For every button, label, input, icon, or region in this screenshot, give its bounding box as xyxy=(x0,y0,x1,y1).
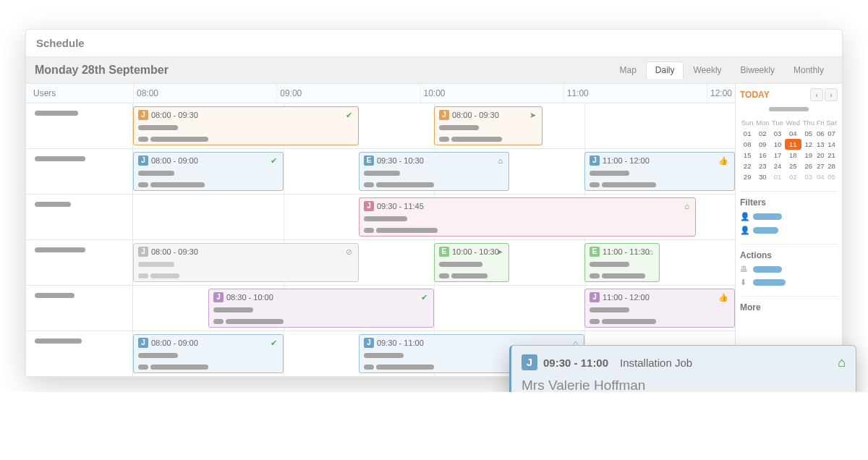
filters-heading: Filters xyxy=(740,197,838,208)
event-time: 11:00 - 11:30 xyxy=(603,247,650,256)
schedule-event[interactable]: J09:30 - 11:45⌂ xyxy=(359,197,696,237)
filter-item[interactable]: 👤 xyxy=(740,212,838,221)
tab-monthly[interactable]: Monthly xyxy=(784,61,833,79)
nav-icon: ➤ xyxy=(529,111,536,120)
home-icon: ⌂ xyxy=(498,156,503,165)
calendar-day[interactable]: 10 xyxy=(770,139,784,150)
timeline[interactable]: J08:00 - 09:00✔ E09:30 - 10:30⌂ J11:00 -… xyxy=(133,149,735,194)
calendar-day[interactable]: 05 xyxy=(825,171,838,182)
event-type-badge: J xyxy=(439,110,449,120)
right-sidebar: TODAY ‹ › SunMonTueWedThuFriSat010203040… xyxy=(735,84,842,377)
today-button[interactable]: TODAY xyxy=(740,90,770,100)
event-type-badge: J xyxy=(138,338,148,348)
action-item[interactable]: 🖶 xyxy=(740,265,838,273)
calendar-day[interactable]: 24 xyxy=(770,161,784,171)
schedule-event[interactable]: J11:00 - 12:00👍 xyxy=(584,289,735,328)
calendar-day[interactable]: 15 xyxy=(740,150,754,161)
next-button[interactable]: › xyxy=(825,88,838,101)
schedule-event[interactable]: E11:00 - 11:30⌂ xyxy=(584,243,660,282)
tab-weekly[interactable]: Weekly xyxy=(684,61,731,79)
calendar-day[interactable]: 30 xyxy=(754,171,770,182)
event-time: 08:00 - 09:30 xyxy=(452,111,499,119)
event-time: 08:00 - 09:30 xyxy=(151,247,198,256)
calendar-day[interactable]: 28 xyxy=(825,161,838,171)
schedule-row: J09:30 - 11:45⌂ xyxy=(26,195,735,240)
calendar-day[interactable]: 13 xyxy=(816,139,825,150)
timeline-area: Users 08:00 09:00 10:00 11:00 12:00 J08:… xyxy=(26,84,735,377)
calendar-day[interactable]: 18 xyxy=(785,150,801,161)
calendar-day[interactable]: 21 xyxy=(825,150,838,161)
prev-button[interactable]: ‹ xyxy=(810,88,823,101)
user-cell[interactable] xyxy=(26,195,133,239)
calendar-day[interactable]: 25 xyxy=(785,161,801,171)
calendar-day[interactable]: 05 xyxy=(801,128,816,139)
user-cell[interactable] xyxy=(26,103,133,148)
event-type-badge: J xyxy=(213,292,224,302)
calendar-day[interactable]: 04 xyxy=(816,171,825,182)
calendar-day[interactable]: 14 xyxy=(825,139,838,150)
calendar-day[interactable]: 06 xyxy=(816,128,825,139)
event-type-badge: J xyxy=(590,156,600,166)
calendar-day[interactable]: 03 xyxy=(770,128,784,139)
tab-map[interactable]: Map xyxy=(610,61,645,79)
calendar-day[interactable]: 09 xyxy=(754,139,770,150)
calendar-day[interactable]: 17 xyxy=(770,150,784,161)
user-cell[interactable] xyxy=(26,149,133,194)
calendar-day[interactable]: 03 xyxy=(801,171,816,182)
timeline[interactable]: J08:00 - 09:30⊘ E10:00 - 10:30➤ E11:00 -… xyxy=(133,240,735,285)
hour-label: 11:00 xyxy=(563,84,707,103)
calendar-day[interactable]: 20 xyxy=(816,150,825,161)
hour-label: 12:00 xyxy=(707,84,735,103)
event-time: 09:30 - 11:45 xyxy=(377,202,424,210)
check-icon: ✔ xyxy=(271,338,277,348)
filter-item[interactable]: 👤 xyxy=(740,226,838,235)
event-time: 11:00 - 12:00 xyxy=(603,293,650,302)
action-item[interactable]: ⬇ xyxy=(740,278,838,287)
schedule-event[interactable]: E09:30 - 10:30⌂ xyxy=(359,152,509,191)
schedule-event[interactable]: J08:00 - 09:30⊘ xyxy=(133,243,359,282)
schedule-event[interactable]: E10:00 - 10:30➤ xyxy=(434,243,509,282)
timeline[interactable]: J08:30 - 10:00✔ J11:00 - 12:00👍 xyxy=(133,286,735,331)
schedule-row: J08:30 - 10:00✔ J11:00 - 12:00👍 xyxy=(26,286,735,331)
job-badge: J xyxy=(522,354,537,370)
calendar-day[interactable]: 07 xyxy=(825,128,838,139)
calendar-day[interactable]: 23 xyxy=(754,161,770,171)
current-date-label: Monday 28th September xyxy=(35,64,169,77)
calendar-day[interactable]: 08 xyxy=(740,139,754,150)
mini-calendar[interactable]: SunMonTueWedThuFriSat0102030405060708091… xyxy=(740,106,838,182)
home-icon: ⌂ xyxy=(684,202,689,210)
schedule-event[interactable]: J08:00 - 09:30✔ xyxy=(133,106,359,145)
calendar-day[interactable]: 01 xyxy=(740,128,754,139)
calendar-day[interactable]: 27 xyxy=(816,161,825,171)
calendar-day[interactable]: 29 xyxy=(740,171,754,182)
tab-daily[interactable]: Daily xyxy=(646,61,684,79)
tooltip-job-type: Installation Job xyxy=(620,357,692,369)
calendar-day[interactable]: 02 xyxy=(754,128,770,139)
schedule-row: J08:00 - 09:30✔ J08:00 - 09:30➤ xyxy=(26,103,735,149)
schedule-event[interactable]: J11:00 - 12:00👍 xyxy=(584,152,735,191)
tooltip-customer-name: Mrs Valerie Hoffman xyxy=(522,378,846,392)
timeline[interactable]: J09:30 - 11:45⌂ xyxy=(133,195,735,239)
calendar-day[interactable]: 02 xyxy=(785,171,801,182)
user-cell[interactable] xyxy=(26,240,133,285)
hour-label: 09:00 xyxy=(276,84,420,103)
calendar-day[interactable]: 16 xyxy=(754,150,770,161)
schedule-event[interactable]: J08:30 - 10:00✔ xyxy=(208,289,434,328)
user-cell[interactable] xyxy=(26,286,133,331)
calendar-day[interactable]: 26 xyxy=(801,161,816,171)
user-cell[interactable] xyxy=(26,331,133,376)
calendar-day[interactable]: 22 xyxy=(740,161,754,171)
schedule-event[interactable]: J08:00 - 09:00✔ xyxy=(133,334,284,373)
event-type-badge: J xyxy=(364,201,374,211)
timeline[interactable]: J08:00 - 09:30✔ J08:00 - 09:30➤ xyxy=(133,103,735,148)
event-time: 11:00 - 12:00 xyxy=(603,156,650,165)
tab-biweekly[interactable]: Biweekly xyxy=(731,61,784,79)
calendar-day[interactable]: 11 xyxy=(785,139,801,150)
calendar-day[interactable]: 12 xyxy=(801,139,816,150)
event-type-badge: J xyxy=(364,338,374,348)
schedule-event[interactable]: J08:00 - 09:00✔ xyxy=(133,152,284,191)
schedule-event[interactable]: J08:00 - 09:30➤ xyxy=(434,106,542,145)
calendar-day[interactable]: 19 xyxy=(801,150,816,161)
calendar-day[interactable]: 04 xyxy=(785,128,801,139)
calendar-day[interactable]: 01 xyxy=(770,171,784,182)
